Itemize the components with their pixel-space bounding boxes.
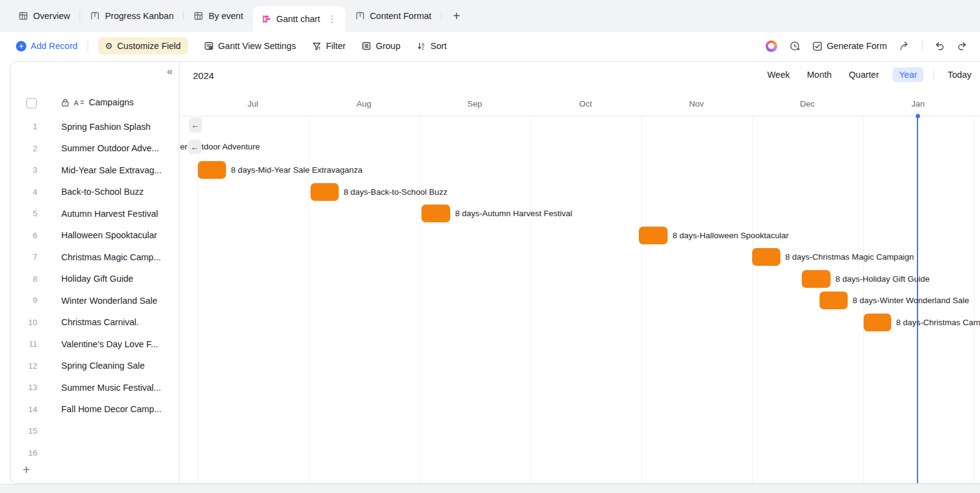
record-name: Spring Fashion Splash (61, 122, 175, 132)
record-row[interactable]: 9Winter Wonderland Sale (10, 290, 179, 312)
undo-icon[interactable] (934, 40, 945, 51)
gantt-bar[interactable] (198, 161, 226, 179)
tab-label: Gantt chart (276, 14, 320, 24)
row-number: 10 (17, 318, 37, 327)
customize-field-button[interactable]: ⚙ Customize Field (98, 37, 189, 55)
gantt-view-container: « A Campaigns 1Spring Fashion Splash2Sum… (10, 61, 980, 484)
row-number: 8 (17, 274, 37, 284)
tab-label: Progress Kanban (105, 11, 173, 21)
record-name: Christmas Carnival. (61, 317, 175, 327)
record-row[interactable]: 12Spring Cleaning Sale (10, 355, 179, 377)
scale-month[interactable]: Month (807, 70, 832, 80)
record-name: Halloween Spooktacular (61, 230, 175, 240)
record-row[interactable]: 13Summer Music Festival... (10, 377, 179, 399)
generate-form-button[interactable]: Generate Form (812, 41, 887, 51)
month-label: Nov (672, 99, 721, 108)
record-row[interactable]: 11Valentine's Day Love F... (10, 333, 179, 355)
gantt-bar-label: 8 days-Halloween Spooktacular (673, 227, 789, 244)
scale-quarter[interactable]: Quarter (849, 70, 879, 80)
record-name: Spring Cleaning Sale (61, 361, 175, 371)
tab-progress-kanban[interactable]: Progress Kanban (80, 0, 183, 32)
gantt-chart-area: 2024 Week Month Quarter Year Today JulAu… (179, 62, 980, 483)
collapse-panel-button[interactable]: « (167, 66, 173, 78)
gantt-bar[interactable] (864, 314, 891, 331)
scroll-to-bar-left-arrow[interactable]: ← (189, 118, 202, 132)
select-all-checkbox[interactable] (26, 98, 37, 108)
history-icon[interactable] (789, 40, 801, 52)
record-row[interactable]: 14Fall Home Decor Camp... (10, 399, 179, 421)
redo-icon[interactable] (957, 40, 968, 51)
scroll-to-bar-left-arrow[interactable]: ← (188, 140, 202, 154)
add-row-button[interactable]: + (23, 462, 30, 477)
field-name: Campaigns (89, 97, 134, 107)
tab-by-event[interactable]: By event (184, 0, 252, 32)
form-checkbox-icon (812, 41, 823, 51)
plus-circle-icon: + (16, 41, 26, 51)
gantt-bar-label: 8 days-Holiday Gift Guide (835, 270, 930, 288)
row-number: 11 (17, 339, 37, 348)
today-button[interactable]: Today (948, 70, 971, 80)
tab-overview[interactable]: Overview (9, 0, 80, 32)
tab-gantt-chart[interactable]: Gantt chart ⋮ (253, 6, 345, 32)
month-gridline (420, 116, 420, 483)
record-row[interactable]: 4Back-to-School Buzz (10, 181, 179, 203)
tab-label: By event (208, 11, 243, 21)
table-icon (18, 11, 28, 21)
gear-icon: ⚙ (105, 41, 113, 51)
record-name: Autumn Harvest Festival (61, 209, 175, 219)
month-gridline (530, 116, 531, 483)
record-row[interactable]: 15 (10, 420, 179, 442)
record-row[interactable]: 16 (10, 442, 179, 464)
today-marker-dot (916, 114, 920, 118)
scale-divider (933, 70, 934, 80)
share-icon[interactable] (899, 40, 910, 52)
month-label: Sep (450, 99, 499, 108)
gantt-bar[interactable] (802, 270, 831, 288)
year-label: 2024 (193, 70, 214, 81)
tab-menu-icon[interactable]: ⋮ (328, 13, 337, 24)
gantt-bar[interactable] (752, 248, 780, 266)
svg-text:Z: Z (421, 46, 424, 50)
record-name: Back-to-School Buzz (61, 187, 175, 197)
record-name: Summer Music Festival... (61, 383, 175, 393)
record-row[interactable]: 10Christmas Carnival. (10, 312, 179, 334)
month-label: Jul (228, 99, 277, 108)
record-row[interactable]: 5Autumn Harvest Festival (10, 203, 179, 225)
record-row[interactable]: 7Christmas Magic Camp... (10, 246, 179, 268)
gantt-bar-label: 8 days-Mid-Year Sale Extravaganza (231, 161, 363, 179)
sort-button[interactable]: AZ Sort (417, 41, 447, 51)
gantt-bar-label: 8 days-Christmas Carnival. (896, 314, 980, 331)
add-record-button[interactable]: + Add Record (16, 41, 78, 51)
scale-week[interactable]: Week (767, 70, 790, 80)
record-row[interactable]: 1Spring Fashion Splash (10, 116, 179, 138)
record-panel: « A Campaigns 1Spring Fashion Splash2Sum… (10, 62, 179, 483)
record-name: Summer Outdoor Adve... (61, 143, 175, 153)
tab-content-format[interactable]: Content Format (345, 0, 442, 32)
add-view-button[interactable]: + (442, 0, 471, 32)
record-row[interactable]: 2Summer Outdoor Adve... (10, 138, 179, 160)
group-icon (361, 41, 371, 51)
toolbar: + Add Record ⚙ Customize Field Gantt Vie… (0, 32, 980, 60)
group-button[interactable]: Group (361, 41, 400, 51)
view-settings-icon (204, 41, 214, 51)
sort-az-icon: AZ (417, 41, 426, 51)
gantt-bar[interactable] (421, 205, 450, 222)
tab-label: Content Format (370, 11, 432, 21)
row-number: 9 (17, 296, 37, 305)
gantt-icon (262, 14, 271, 24)
gantt-view-settings-button[interactable]: Gantt View Settings (204, 41, 296, 51)
gantt-bar[interactable] (820, 292, 848, 309)
record-name: Christmas Magic Camp... (61, 252, 175, 262)
filter-button[interactable]: Filter (312, 41, 345, 51)
record-row[interactable]: 8Holiday Gift Guide (10, 268, 179, 290)
row-number: 12 (17, 361, 37, 371)
ai-assistant-icon[interactable] (766, 40, 777, 52)
bottom-scroll-strip[interactable] (0, 484, 980, 493)
scale-year-selected[interactable]: Year (892, 67, 924, 82)
gantt-bar[interactable] (639, 227, 668, 244)
record-row[interactable]: 6Halloween Spooktacular (10, 225, 179, 247)
svg-text:A: A (74, 99, 79, 107)
record-row[interactable]: 3Mid-Year Sale Extravag... (10, 159, 179, 181)
gantt-bar[interactable] (311, 183, 339, 201)
gantt-bar-label: 8 days-Winter Wonderland Sale (853, 292, 969, 309)
